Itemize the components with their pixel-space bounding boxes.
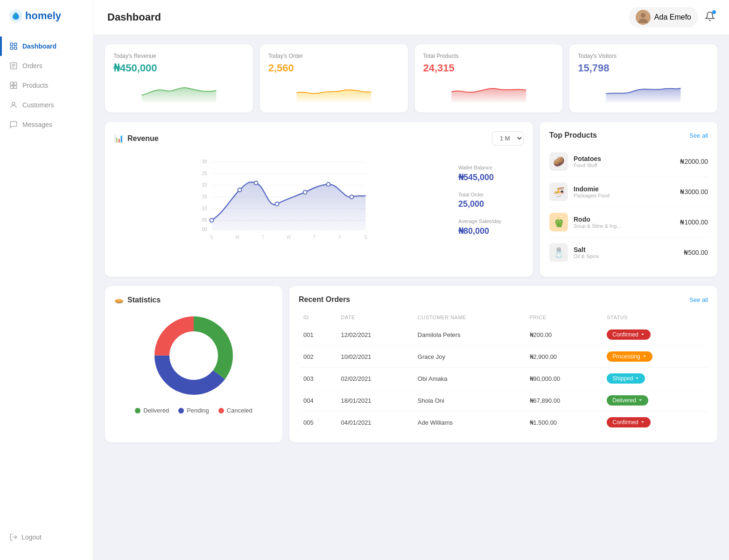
cell-customer: Damilola Peters [413, 324, 525, 346]
status-badge[interactable]: Processing [607, 351, 652, 362]
chevron-down-icon [638, 398, 643, 403]
sidebar-item-messages[interactable]: Messages [0, 115, 93, 134]
stat-order-value: 2,560 [268, 62, 400, 74]
sidebar-item-dashboard[interactable]: Dashboard [0, 36, 93, 56]
chart-stats: Wallet Balance ₦545,000 Total Order 25,0… [458, 153, 524, 248]
svg-text:10: 10 [202, 206, 207, 211]
user-info[interactable]: Ada Emefo [629, 7, 698, 28]
chevron-down-icon [640, 332, 645, 337]
statistics-legend: Delivered Pending Canceled [114, 407, 273, 414]
col-status: STATUS [602, 311, 708, 324]
sidebar-item-products[interactable]: Products [0, 76, 93, 95]
svg-point-30 [275, 202, 279, 206]
logout-section: Logout [0, 524, 93, 551]
product-thumb-3: 🧂 [549, 243, 568, 262]
cell-customer: Ade Williams [413, 412, 525, 434]
visitors-mini-chart [578, 79, 709, 102]
legend-canceled: Canceled [218, 407, 252, 414]
stat-card-products: Total Products 24,315 [415, 44, 563, 112]
tag-icon [9, 81, 18, 90]
period-select[interactable]: 1 M 3 M 6 M 1 Y [492, 131, 524, 146]
orders-header: Recent Orders See all [299, 295, 708, 304]
cell-price: ₦1,500.00 [525, 412, 603, 434]
status-badge[interactable]: Confirmed [607, 417, 650, 427]
header-right: Ada Emefo [629, 7, 715, 28]
orders-title: Recent Orders [299, 295, 350, 304]
svg-text:T: T [313, 235, 315, 240]
stat-card-visitors: Today's Visitors 15,798 [569, 44, 717, 112]
header: Dashboard Ada Emefo [93, 0, 729, 35]
cell-date: 02/02/2021 [336, 368, 413, 390]
cell-date: 12/02/2021 [336, 324, 413, 346]
logout-button[interactable]: Logout [9, 533, 84, 541]
sidebar: homely Dashboard Orders Products Custome… [0, 0, 93, 560]
cell-customer: Shola Oni [413, 390, 525, 412]
svg-text:T: T [261, 235, 264, 240]
avg-sales-stat: Average Sales/day ₦80,000 [458, 218, 524, 236]
cell-status: Processing [602, 346, 708, 368]
cell-status: Shipped [602, 368, 708, 390]
total-order-stat: Total Order 25,000 [458, 192, 524, 209]
sidebar-item-orders[interactable]: Orders [0, 56, 93, 76]
message-icon [9, 120, 18, 129]
svg-point-10 [12, 102, 15, 105]
stat-revenue-value: ₦450,000 [113, 62, 245, 74]
top-products-title: Top Products [549, 131, 597, 140]
sidebar-item-orders-label: Orders [22, 62, 42, 70]
cell-customer: Grace Joy [413, 346, 525, 368]
top-products-header: Top Products See all [549, 131, 708, 140]
sidebar-item-messages-label: Messages [22, 121, 52, 128]
orders-see-all[interactable]: See all [689, 296, 708, 303]
orders-card: Recent Orders See all ID DATE CUSTOMER N… [289, 286, 717, 442]
table-row: 001 12/02/2021 Damilola Peters ₦200.00 C… [299, 324, 708, 346]
svg-rect-4 [14, 47, 17, 49]
cell-id: 002 [299, 346, 336, 368]
cell-customer: Obi Amaka [413, 368, 525, 390]
svg-rect-1 [10, 43, 13, 45]
product-thumb-0: 🥔 [549, 152, 568, 171]
cell-status: Confirmed [602, 324, 708, 346]
content-area: Today's Revenue ₦450,000 Today's Order 2… [93, 35, 729, 560]
wallet-balance-value: ₦545,000 [458, 172, 524, 182]
svg-point-27 [210, 218, 214, 222]
cell-price: ₦200.00 [525, 324, 603, 346]
avg-sales-value: ₦80,000 [458, 226, 524, 236]
product-info-3: Salt Oil & Spice [574, 246, 684, 259]
cell-price: ₦67,890.00 [525, 390, 603, 412]
status-badge[interactable]: Confirmed [607, 329, 650, 340]
svg-point-12 [641, 13, 645, 18]
orders-table-head: ID DATE CUSTOMER NAME PRICE STATUS [299, 311, 708, 324]
bell-button[interactable] [705, 11, 715, 23]
svg-text:S: S [364, 235, 367, 240]
top-products-see-all[interactable]: See all [689, 132, 708, 139]
table-row: 005 04/01/2021 Ade Williams ₦1,500.00 Co… [299, 412, 708, 434]
stat-visitors-value: 15,798 [578, 62, 709, 74]
svg-point-29 [254, 181, 258, 185]
wallet-balance-stat: Wallet Balance ₦545,000 [458, 165, 524, 182]
logo-icon [9, 9, 22, 22]
svg-rect-9 [14, 86, 17, 89]
chevron-down-icon [642, 354, 647, 359]
chevron-down-icon [635, 376, 639, 381]
svg-text:30: 30 [202, 159, 207, 164]
orders-table-body: 001 12/02/2021 Damilola Peters ₦200.00 C… [299, 324, 708, 433]
statistics-title: 🥧 Statistics [114, 295, 273, 304]
svg-text:F: F [338, 235, 341, 240]
avatar [636, 10, 651, 25]
svg-point-28 [238, 188, 242, 192]
products-mini-chart [423, 79, 554, 102]
main-area: Dashboard Ada Emefo Today's Revenue ₦450… [93, 0, 729, 560]
status-badge[interactable]: Delivered [607, 395, 648, 406]
status-badge[interactable]: Shipped [607, 373, 645, 384]
chart-area: 30 25 20 15 10 05 00 [114, 153, 524, 248]
product-thumb-2: 🫑 [549, 213, 568, 231]
svg-text:W: W [287, 235, 291, 240]
cell-price: ₦2,900.00 [525, 346, 603, 368]
sidebar-item-customers[interactable]: Customers [0, 95, 93, 115]
legend-pending: Pending [178, 407, 209, 414]
svg-point-33 [350, 195, 354, 199]
cell-status: Delivered [602, 390, 708, 412]
product-item-0: 🥔 Potatoes Food Stuff ₦2000.00 [549, 147, 708, 177]
product-info-2: Rodo Soup & Stew & Ing... [574, 216, 680, 229]
legend-delivered: Delivered [135, 407, 169, 414]
